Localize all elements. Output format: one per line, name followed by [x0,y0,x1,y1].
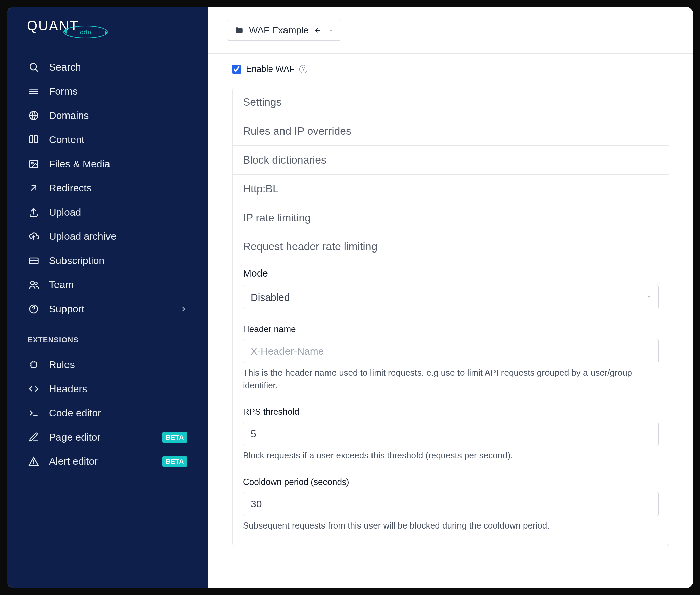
chevron-right-icon [180,305,188,313]
nav-subscription[interactable]: Subscription [7,249,208,273]
nav-upload-archive[interactable]: Upload archive [7,224,208,249]
section-rules: Rules and IP overrides [233,117,669,146]
arrow-left-icon [314,27,321,34]
credit-card-icon [28,255,39,266]
app-frame: QUANT cdn Search Forms Domains [7,7,693,588]
nav-redirects[interactable]: Redirects [7,176,208,200]
nav-files-media[interactable]: Files & Media [7,152,208,176]
nav-upload[interactable]: Upload [7,200,208,224]
nav-headers[interactable]: Headers [7,377,208,401]
terminal-icon [28,407,39,419]
svg-line-6 [36,69,38,71]
waf-panel: Settings Rules and IP overrides Block di… [232,88,669,546]
nav-label: Support [49,303,171,315]
section-header-httpbl[interactable]: Http:BL [233,175,669,203]
svg-text:cdn: cdn [80,29,92,36]
mode-group: Mode Disabled [243,267,659,309]
alert-icon [28,455,39,468]
users-icon [28,279,39,291]
globe-icon [28,110,39,121]
svg-point-13 [31,162,33,164]
section-header-block-dictionaries[interactable]: Block dictionaries [233,146,669,174]
search-icon [28,61,39,73]
header-rate-body: Mode Disabled Header name This [233,261,669,546]
folder-icon [235,26,244,35]
svg-line-14 [31,186,36,190]
nav-label: Subscription [49,255,188,266]
nav-label: Redirects [49,182,188,194]
svg-rect-23 [31,362,36,367]
svg-point-20 [35,282,37,285]
enable-waf-checkbox[interactable] [232,65,241,74]
book-icon [28,134,39,146]
code-icon [28,383,39,395]
mode-select[interactable]: Disabled [243,285,659,309]
main: WAF Example Enable WAF ? Settings Rules … [208,7,693,588]
brand-logo: QUANT cdn [7,17,208,52]
cooldown-input[interactable] [243,492,659,516]
chip-icon [28,359,39,371]
section-header-rate-limiting: Request header rate limiting Mode Disabl… [233,232,669,546]
nav-extensions: Rules Headers Code editor Page editor BE… [7,349,208,477]
section-header-settings[interactable]: Settings [233,88,669,116]
nav-domains[interactable]: Domains [7,104,208,128]
quant-cdn-logo-icon: QUANT cdn [27,17,128,41]
header-name-group: Header name This is the header name used… [243,324,659,392]
nav-team[interactable]: Team [7,273,208,297]
nav-label: Page editor [49,431,153,443]
nav-support[interactable]: Support [7,297,208,321]
nav-search[interactable]: Search [7,55,208,79]
rps-help: Block requests if a user exceeds this th… [243,449,659,462]
arrow-up-right-icon [28,182,39,194]
nav-label: Search [49,61,188,73]
menu-icon [28,85,39,97]
nav-content[interactable]: Content [7,128,208,152]
rps-group: RPS threshold Block requests if a user e… [243,407,659,462]
nav-label: Files & Media [49,158,188,170]
nav-primary: Search Forms Domains Content Files & Med… [7,52,208,324]
section-settings: Settings [233,88,669,117]
help-circle-icon [28,303,39,315]
svg-rect-17 [29,258,38,263]
sidebar: QUANT cdn Search Forms Domains [7,7,208,588]
cooldown-label: Cooldown period (seconds) [243,477,659,487]
nav-alert-editor[interactable]: Alert editor BETA [7,449,208,474]
svg-point-19 [31,281,34,285]
header-name-label: Header name [243,324,659,335]
rps-label: RPS threshold [243,407,659,417]
help-icon[interactable]: ? [299,65,307,73]
enable-waf-label: Enable WAF [246,64,295,74]
nav-label: Forms [49,86,188,97]
header-name-input[interactable] [243,339,659,363]
mode-label: Mode [243,267,659,279]
section-header-rules[interactable]: Rules and IP overrides [233,117,669,145]
enable-waf-row[interactable]: Enable WAF ? [232,64,669,74]
section-header-ip-rate[interactable]: IP rate limiting [233,203,669,232]
edit-icon [28,431,39,443]
nav-rules[interactable]: Rules [7,352,208,377]
cooldown-group: Cooldown period (seconds) Subsequent req… [243,477,659,532]
section-header-header-rate[interactable]: Request header rate limiting [233,232,669,261]
cloud-upload-icon [28,230,39,243]
nav-label: Upload archive [49,231,188,242]
nav-label: Domains [49,110,188,121]
section-block-dictionaries: Block dictionaries [233,146,669,175]
svg-text:QUANT: QUANT [27,18,79,33]
nav-label: Code editor [49,407,188,419]
rps-input[interactable] [243,422,659,446]
section-ip-rate-limiting: IP rate limiting [233,203,669,232]
beta-badge: BETA [162,432,188,443]
upload-icon [28,206,39,218]
header-name-help: This is the header name used to limit re… [243,367,659,392]
image-icon [28,158,39,170]
topbar: WAF Example [208,7,693,54]
nav-label: Headers [49,383,188,395]
beta-badge: BETA [162,456,188,467]
nav-page-editor[interactable]: Page editor BETA [7,425,208,449]
nav-forms[interactable]: Forms [7,79,208,104]
section-httpbl: Http:BL [233,175,669,203]
nav-code-editor[interactable]: Code editor [7,401,208,425]
project-selector[interactable]: WAF Example [227,20,341,40]
nav-label: Alert editor [49,456,153,467]
nav-label: Rules [49,359,188,370]
